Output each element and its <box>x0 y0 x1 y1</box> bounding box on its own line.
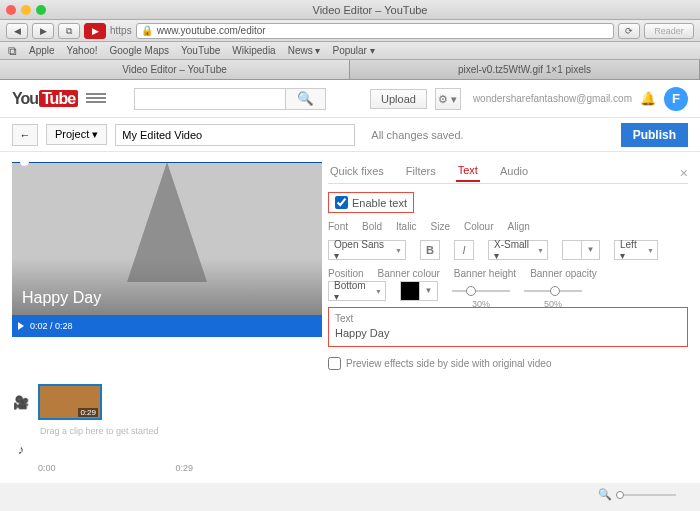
zoom-icon: 🔍 <box>598 488 612 501</box>
video-preview[interactable]: Happy Day 0:02 / 0:28 <box>12 162 322 337</box>
banner-opacity-slider[interactable]: 50% <box>524 281 582 301</box>
font-dropdown[interactable]: Open Sans ▾ <box>328 240 406 260</box>
audio-track-icon: ♪ <box>12 442 30 457</box>
browser-tabs: Video Editor – YouTube pixel-v0.tz5WtW.g… <box>0 60 700 80</box>
close-window[interactable] <box>6 5 16 15</box>
window-titlebar: Video Editor – YouTube <box>0 0 700 20</box>
drop-hint: Drag a clip here to get started <box>40 426 688 436</box>
bookmark-item[interactable]: Wikipedia <box>232 45 275 56</box>
browser-tab[interactable]: Video Editor – YouTube <box>0 60 350 79</box>
tab-quick-fixes[interactable]: Quick fixes <box>328 161 386 181</box>
reader-button[interactable]: Reader <box>644 23 694 39</box>
notifications-icon[interactable]: 🔔 <box>640 91 656 106</box>
user-email[interactable]: wondersharefantashow@gmail.com <box>473 93 632 104</box>
zoom-slider[interactable] <box>616 494 676 496</box>
project-bar: ← Project ▾ All changes saved. Publish <box>0 118 700 152</box>
bookmark-item[interactable]: Google Maps <box>110 45 169 56</box>
bookmarks-menu-icon[interactable]: ⧉ <box>8 44 17 58</box>
browser-tab[interactable]: pixel-v0.tz5WtW.gif 1×1 pixels <box>350 60 700 79</box>
italic-button[interactable]: I <box>454 240 474 260</box>
lock-icon: 🔒 <box>141 25 153 36</box>
banner-height-slider[interactable]: 30% <box>452 281 510 301</box>
yt-header: YouTube 🔍 Upload ⚙ ▾ wondersharefantasho… <box>0 80 700 118</box>
play-icon[interactable] <box>18 322 24 330</box>
search-box: 🔍 <box>134 88 326 110</box>
project-title-input[interactable] <box>115 124 355 146</box>
property-tabs: Quick fixes Filters Text Audio × <box>328 160 688 184</box>
zoom-control[interactable]: 🔍 <box>598 488 676 501</box>
bookmark-item[interactable]: Yahoo! <box>67 45 98 56</box>
back-to-projects-button[interactable]: ← <box>12 124 38 146</box>
size-dropdown[interactable]: X-Small ▾ <box>488 240 548 260</box>
bookmark-item[interactable]: YouTube <box>181 45 220 56</box>
timeline-ruler: 0:00 0:29 <box>38 463 688 473</box>
zoom-window[interactable] <box>36 5 46 15</box>
forward-button[interactable]: ▶ <box>32 23 54 39</box>
window-title: Video Editor – YouTube <box>46 4 694 16</box>
overlay-text-field: Text <box>328 307 688 347</box>
upload-button[interactable]: Upload <box>370 89 427 109</box>
save-status: All changes saved. <box>371 129 463 141</box>
search-button[interactable]: 🔍 <box>286 88 326 110</box>
bookmarks-bar: ⧉ Apple Yahoo! Google Maps YouTube Wikip… <box>0 42 700 60</box>
tab-filters[interactable]: Filters <box>404 161 438 181</box>
text-colour-picker[interactable]: ▼ <box>562 240 600 260</box>
bold-button[interactable]: B <box>420 240 440 260</box>
text-panel: Enable text Font Bold Italic Size Colour… <box>328 184 688 370</box>
project-dropdown[interactable]: Project ▾ <box>46 124 107 145</box>
tab-audio[interactable]: Audio <box>498 161 530 181</box>
back-button[interactable]: ◀ <box>6 23 28 39</box>
enable-text-input[interactable] <box>335 196 348 209</box>
browser-toolbar: ◀ ▶ ⧉ ▶ https 🔒 www.youtube.com/editor ⟳… <box>0 20 700 42</box>
bookmark-item[interactable]: News ▾ <box>288 45 321 56</box>
tab-text[interactable]: Text <box>456 160 480 182</box>
timeline-clip[interactable]: 0:29 <box>38 384 102 420</box>
position-dropdown[interactable]: Bottom ▾ <box>328 281 386 301</box>
time-display: 0:02 / 0:28 <box>30 321 73 331</box>
side-by-side-checkbox[interactable]: Preview effects side by side with origin… <box>328 357 688 370</box>
bookmark-item[interactable]: Popular ▾ <box>332 45 374 56</box>
timeline: 🎥 0:29 Drag a clip here to get started ♪… <box>0 378 700 483</box>
bookmark-item[interactable]: Apple <box>29 45 55 56</box>
reload-button[interactable]: ⟳ <box>618 23 640 39</box>
main-area: Happy Day 0:02 / 0:28 Quick fixes Filter… <box>0 152 700 378</box>
youtube-logo[interactable]: YouTube <box>12 90 78 108</box>
avatar[interactable]: F <box>664 87 688 111</box>
publish-button[interactable]: Publish <box>621 123 688 147</box>
overlay-text-input[interactable] <box>335 324 681 342</box>
banner-colour-picker[interactable]: ▼ <box>400 281 438 301</box>
search-input[interactable] <box>134 88 286 110</box>
bookmark-icon[interactable]: ⧉ <box>58 23 80 39</box>
player-bar: 0:02 / 0:28 <box>12 315 322 337</box>
guide-menu-icon[interactable] <box>86 91 106 107</box>
search-icon: 🔍 <box>297 91 314 106</box>
settings-button[interactable]: ⚙ ▾ <box>435 88 461 110</box>
overlay-text: Happy Day <box>22 289 101 307</box>
video-track-icon: 🎥 <box>12 395 30 410</box>
address-bar[interactable]: 🔒 www.youtube.com/editor <box>136 23 614 39</box>
youtube-favicon-icon: ▶ <box>84 23 106 39</box>
minimize-window[interactable] <box>21 5 31 15</box>
enable-text-checkbox[interactable]: Enable text <box>328 192 414 213</box>
scrub-bar[interactable] <box>12 162 322 163</box>
align-dropdown[interactable]: Left ▾ <box>614 240 658 260</box>
close-panel-icon[interactable]: × <box>680 165 688 181</box>
gear-icon: ⚙ <box>438 93 448 105</box>
